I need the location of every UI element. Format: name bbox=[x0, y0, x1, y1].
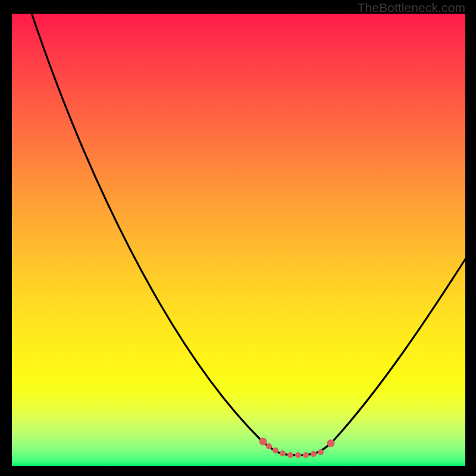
marker-dot bbox=[311, 451, 317, 457]
watermark-text: TheBottleneck.com bbox=[358, 1, 465, 15]
marker-dot bbox=[303, 452, 309, 458]
marker-dot bbox=[318, 449, 324, 455]
marker-dot bbox=[295, 452, 301, 458]
marker-dot bbox=[287, 452, 293, 458]
marker-dot bbox=[280, 450, 286, 456]
chart-frame: TheBottleneck.com bbox=[0, 0, 476, 476]
marker-dot bbox=[259, 438, 267, 446]
marker-dot bbox=[327, 440, 335, 447]
curve-path bbox=[30, 8, 470, 455]
marker-dot bbox=[273, 447, 278, 453]
plot-area bbox=[12, 14, 465, 466]
bottleneck-curve bbox=[12, 14, 465, 466]
marker-dot bbox=[266, 443, 272, 449]
